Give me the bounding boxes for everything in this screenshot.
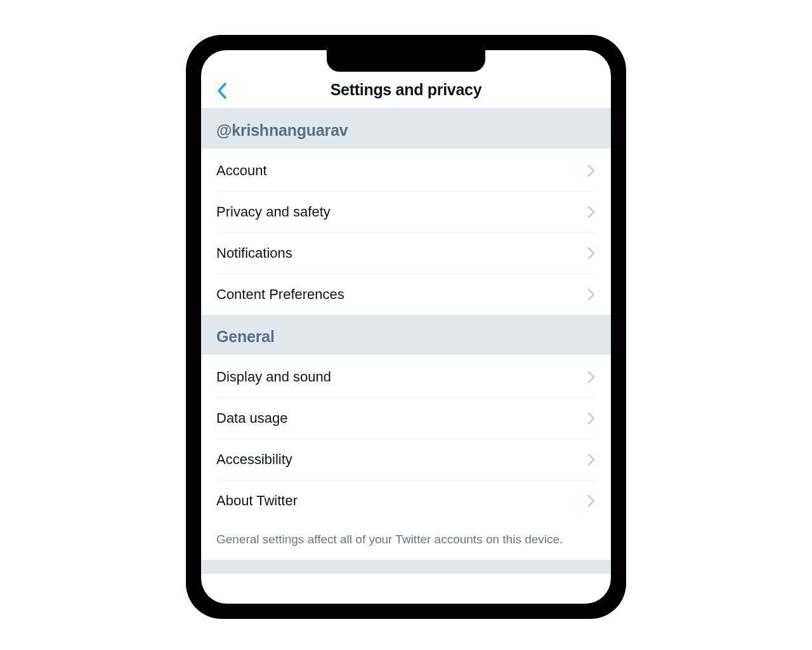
- phone-notch: [327, 50, 485, 72]
- list-item-account[interactable]: Account: [216, 149, 596, 192]
- phone-inner: Settings and privacy @krishnanguarav Acc…: [193, 43, 619, 611]
- section-header-general: General: [201, 315, 611, 355]
- screen: Settings and privacy @krishnanguarav Acc…: [201, 50, 611, 604]
- list-item-accessibility[interactable]: Accessibility: [216, 439, 596, 481]
- chevron-right-icon: [587, 453, 596, 467]
- section-general-group: Display and sound Data usage Accessibili…: [201, 355, 611, 521]
- list-item-about-twitter[interactable]: About Twitter: [216, 481, 596, 521]
- chevron-right-icon: [587, 205, 596, 219]
- list-item-label: Accessibility: [216, 451, 292, 468]
- chevron-left-icon: [216, 82, 228, 100]
- list-item-label: Account: [216, 162, 267, 179]
- section-account-group: Account Privacy and safety Notifications: [201, 149, 611, 315]
- section-header-text: General: [216, 328, 596, 346]
- list-item-label: Notifications: [216, 245, 292, 262]
- list-item-label: Content Preferences: [216, 286, 344, 303]
- back-button[interactable]: [213, 81, 232, 100]
- list-item-notifications[interactable]: Notifications: [216, 233, 596, 274]
- chevron-right-icon: [587, 370, 596, 384]
- list-item-label: Privacy and safety: [216, 204, 331, 220]
- list-item-data-usage[interactable]: Data usage: [216, 398, 596, 439]
- list-item-label: Display and sound: [216, 369, 331, 385]
- list-item-content-preferences[interactable]: Content Preferences: [216, 274, 596, 315]
- list-item-display-sound[interactable]: Display and sound: [216, 355, 596, 398]
- list-item-privacy-safety[interactable]: Privacy and safety: [216, 192, 596, 233]
- section-header-username: @krishnanguarav: [201, 109, 611, 149]
- chevron-right-icon: [587, 164, 596, 178]
- phone-frame: Settings and privacy @krishnanguarav Acc…: [186, 35, 626, 619]
- list-item-label: About Twitter: [216, 493, 298, 509]
- section-footer-text: General settings affect all of your Twit…: [201, 521, 611, 560]
- list-item-label: Data usage: [216, 410, 288, 427]
- section-header-text: @krishnanguarav: [216, 121, 596, 140]
- section-divider: [201, 560, 611, 574]
- page-title: Settings and privacy: [331, 81, 482, 99]
- chevron-right-icon: [587, 411, 596, 425]
- chevron-right-icon: [587, 288, 596, 302]
- chevron-right-icon: [587, 494, 596, 508]
- chevron-right-icon: [587, 246, 596, 260]
